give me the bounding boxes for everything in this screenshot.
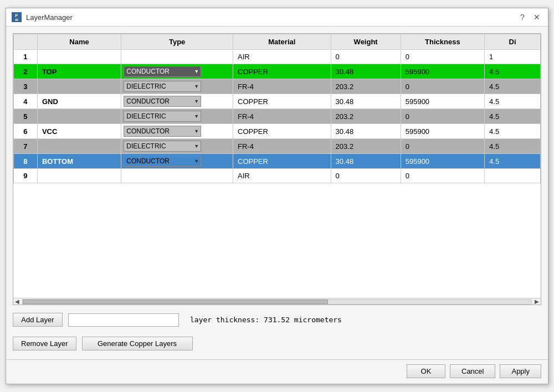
apply-button[interactable]: Apply <box>500 364 541 378</box>
cell-di: 4.5 <box>485 64 541 79</box>
ok-button[interactable]: OK <box>407 364 445 378</box>
cell-layer-type[interactable]: CONDUCTORDIELECTRIC <box>121 94 233 109</box>
table-header: Name Type Material Weight Thickness Di <box>14 34 541 50</box>
cell-row-num: 7 <box>14 139 38 154</box>
cell-layer-name <box>37 79 121 94</box>
cell-layer-type[interactable] <box>121 169 233 183</box>
cell-material: COPPER <box>233 94 331 109</box>
cell-thickness: 0 <box>401 139 484 154</box>
cell-material: FR-4 <box>233 139 331 154</box>
bottom-bar-2: Remove Layer Generate Copper Layers <box>13 334 541 353</box>
help-button[interactable]: ? <box>517 12 528 23</box>
cell-row-num: 3 <box>14 79 38 94</box>
cell-thickness: 595900 <box>401 64 484 79</box>
cell-di <box>485 169 541 183</box>
cell-layer-type[interactable]: CONDUCTORDIELECTRIC <box>121 64 233 79</box>
cell-layer-name: VCC <box>37 124 121 139</box>
h-scroll-track[interactable] <box>22 299 532 305</box>
type-select[interactable]: CONDUCTORDIELECTRIC <box>124 111 201 122</box>
cell-layer-type[interactable]: CONDUCTORDIELECTRIC <box>121 154 233 169</box>
col-header-material: Material <box>233 34 331 50</box>
cell-weight: 30.48 <box>331 94 401 109</box>
cell-weight: 30.48 <box>331 124 401 139</box>
table-body: 1AIR0012TOPCONDUCTORDIELECTRICCOPPER30.4… <box>14 50 541 183</box>
cell-material: FR-4 <box>233 109 331 124</box>
cell-layer-name: TOP <box>37 64 121 79</box>
scroll-left-btn[interactable]: ◀ <box>13 298 21 305</box>
table-scroll[interactable]: Name Type Material Weight Thickness Di 1… <box>13 34 541 298</box>
type-select[interactable]: CONDUCTORDIELECTRIC <box>124 126 201 137</box>
title-bar-left: µrc LayerManager <box>12 12 73 22</box>
col-header-name: Name <box>37 34 121 50</box>
cell-weight: 0 <box>331 169 401 183</box>
col-header-num <box>14 34 38 50</box>
cell-weight: 203.2 <box>331 79 401 94</box>
cell-di: 4.5 <box>485 79 541 94</box>
type-select[interactable]: CONDUCTORDIELECTRIC <box>124 141 201 152</box>
cell-thickness: 595900 <box>401 94 484 109</box>
type-select[interactable]: CONDUCTORDIELECTRIC <box>124 96 201 107</box>
cell-layer-name <box>37 139 121 154</box>
type-select[interactable]: CONDUCTORDIELECTRIC <box>124 66 201 77</box>
cell-weight: 0 <box>331 50 401 64</box>
type-select[interactable]: CONDUCTORDIELECTRIC <box>124 81 201 92</box>
cell-layer-type[interactable] <box>121 50 233 64</box>
dialog-footer: OK Cancel Apply <box>6 359 548 384</box>
cell-di: 4.5 <box>485 154 541 169</box>
type-select[interactable]: CONDUCTORDIELECTRIC <box>124 156 201 167</box>
cell-weight: 30.48 <box>331 64 401 79</box>
title-bar: µrc LayerManager ? ✕ <box>6 8 548 27</box>
table-row: 2TOPCONDUCTORDIELECTRICCOPPER30.48595900… <box>14 64 541 79</box>
cell-weight: 30.48 <box>331 154 401 169</box>
cell-layer-type[interactable]: CONDUCTORDIELECTRIC <box>121 139 233 154</box>
scroll-right-btn[interactable]: ▶ <box>533 298 541 305</box>
cell-layer-name <box>37 50 121 64</box>
cell-row-num: 6 <box>14 124 38 139</box>
layer-table-container: Name Type Material Weight Thickness Di 1… <box>13 33 541 305</box>
col-header-di: Di <box>485 34 541 50</box>
table-row: 1AIR001 <box>14 50 541 64</box>
table-row: 3CONDUCTORDIELECTRICFR-4203.204.5 <box>14 79 541 94</box>
bottom-bar-1: Add Layer layer thickness: 731.52 microm… <box>13 311 541 329</box>
cell-thickness: 0 <box>401 109 484 124</box>
table-row: 9AIR00 <box>14 169 541 183</box>
cell-layer-name <box>37 169 121 183</box>
cell-material: COPPER <box>233 64 331 79</box>
table-row: 6VCCCONDUCTORDIELECTRICCOPPER30.48595900… <box>14 124 541 139</box>
cell-thickness: 0 <box>401 50 484 64</box>
cell-di: 4.5 <box>485 124 541 139</box>
horizontal-scrollbar[interactable]: ◀ ▶ <box>13 298 541 305</box>
cell-layer-type[interactable]: CONDUCTORDIELECTRIC <box>121 109 233 124</box>
cell-di: 4.5 <box>485 139 541 154</box>
col-header-weight: Weight <box>331 34 401 50</box>
cell-di: 4.5 <box>485 109 541 124</box>
table-row: 4GNDCONDUCTORDIELECTRICCOPPER30.48595900… <box>14 94 541 109</box>
add-layer-button[interactable]: Add Layer <box>13 313 63 327</box>
cell-material: AIR <box>233 169 331 183</box>
cell-layer-name: BOTTOM <box>37 154 121 169</box>
cell-layer-name: GND <box>37 94 121 109</box>
cell-row-num: 5 <box>14 109 38 124</box>
cancel-button[interactable]: Cancel <box>450 364 495 378</box>
title-bar-controls: ? ✕ <box>517 12 542 23</box>
cell-thickness: 595900 <box>401 154 484 169</box>
cell-thickness: 0 <box>401 79 484 94</box>
content-area: Name Type Material Weight Thickness Di 1… <box>6 27 548 359</box>
cell-material: COPPER <box>233 154 331 169</box>
thickness-label: layer thickness: 731.52 micrometers <box>190 316 342 324</box>
cell-layer-type[interactable]: CONDUCTORDIELECTRIC <box>121 124 233 139</box>
cell-thickness: 0 <box>401 169 484 183</box>
cell-material: FR-4 <box>233 79 331 94</box>
layer-name-input[interactable] <box>68 313 179 327</box>
table-row: 8BOTTOMCONDUCTORDIELECTRICCOPPER30.48595… <box>14 154 541 169</box>
h-scroll-thumb[interactable] <box>23 300 328 304</box>
layer-table: Name Type Material Weight Thickness Di 1… <box>13 34 541 183</box>
cell-material: AIR <box>233 50 331 64</box>
layer-manager-window: µrc LayerManager ? ✕ <box>6 8 548 384</box>
remove-layer-button[interactable]: Remove Layer <box>13 337 76 350</box>
generate-copper-layers-button[interactable]: Generate Copper Layers <box>82 337 193 350</box>
cell-layer-type[interactable]: CONDUCTORDIELECTRIC <box>121 79 233 94</box>
cell-weight: 203.2 <box>331 139 401 154</box>
close-button[interactable]: ✕ <box>531 12 542 23</box>
cell-row-num: 9 <box>14 169 38 183</box>
